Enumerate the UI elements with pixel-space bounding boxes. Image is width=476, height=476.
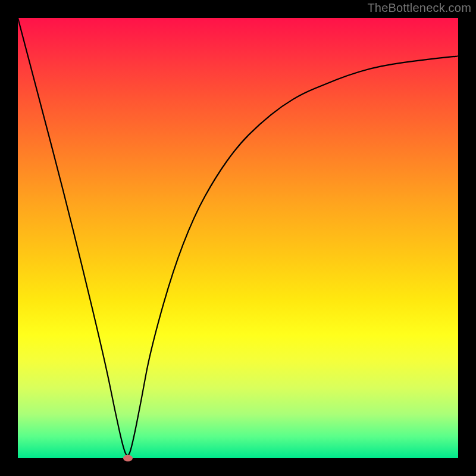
- plot-area: [18, 18, 458, 458]
- chart-frame: TheBottleneck.com: [0, 0, 476, 476]
- minimum-marker: [123, 455, 133, 462]
- bottleneck-curve-path: [18, 18, 458, 456]
- curve-svg: [18, 18, 458, 458]
- watermark-text: TheBottleneck.com: [367, 1, 471, 15]
